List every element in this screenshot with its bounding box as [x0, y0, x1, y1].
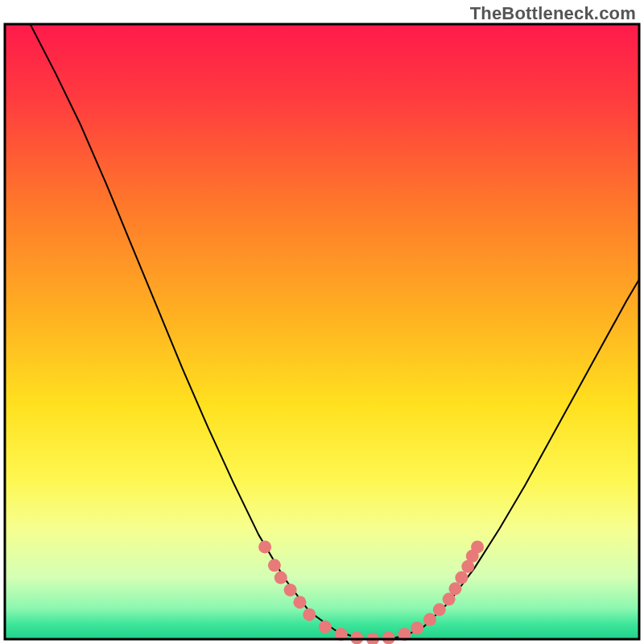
highlight-dot [303, 608, 316, 621]
highlight-dot [471, 540, 484, 553]
highlight-dot [455, 572, 468, 584]
highlight-dot [258, 540, 271, 553]
chart-container: TheBottleneck.com [0, 0, 644, 644]
highlight-dot [423, 613, 436, 626]
highlight-dot [448, 582, 461, 595]
highlight-dot [293, 596, 306, 609]
watermark-label: TheBottleneck.com [470, 3, 636, 24]
chart-background-gradient [5, 24, 639, 639]
highlight-dot [319, 621, 332, 634]
highlight-dot [382, 631, 395, 644]
highlight-dot [433, 603, 446, 616]
highlight-dot [411, 621, 423, 634]
highlight-dot [275, 572, 287, 584]
highlight-dot [268, 559, 281, 572]
highlight-dot [350, 631, 363, 644]
bottleneck-curve-chart [0, 0, 644, 644]
highlight-dot [284, 584, 297, 597]
